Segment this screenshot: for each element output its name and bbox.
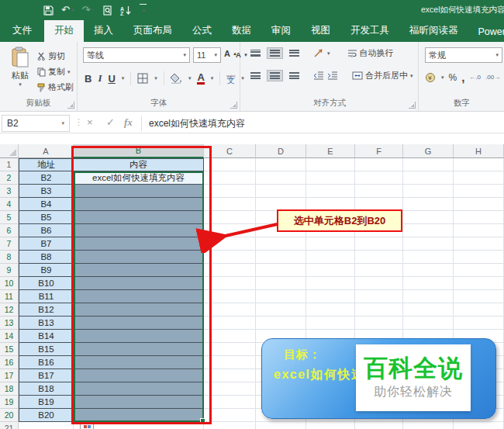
percent-style-button[interactable]: %	[449, 72, 457, 83]
alignment-dialog-launcher-icon[interactable]	[409, 102, 416, 109]
tab-index-8[interactable]: 开发工具	[340, 20, 399, 42]
name-box[interactable]: B2 ▾	[2, 115, 70, 132]
cell-C17[interactable]	[204, 369, 256, 382]
cell-C7[interactable]	[204, 237, 256, 251]
cell-A14[interactable]: B14	[19, 330, 74, 343]
cell-E9[interactable]	[306, 264, 355, 277]
row-header-2[interactable]: 2	[0, 171, 19, 185]
cell-B18[interactable]	[74, 382, 204, 396]
cell-H3[interactable]	[454, 185, 504, 198]
cell-C9[interactable]	[204, 264, 256, 277]
cell-G11[interactable]	[403, 290, 454, 303]
cell-C3[interactable]	[204, 185, 256, 198]
enter-icon[interactable]: ✓	[106, 116, 115, 128]
cell-E10[interactable]	[306, 277, 355, 290]
insert-function-icon[interactable]: fx	[124, 116, 133, 129]
cell-A10[interactable]: B10	[19, 277, 74, 290]
cell-F10[interactable]	[355, 277, 403, 290]
tab-index-3[interactable]: 页面布局	[123, 20, 182, 42]
row-header-14[interactable]: 14	[0, 330, 19, 343]
cell-C19[interactable]	[204, 396, 256, 409]
fill-options-button[interactable]	[80, 422, 94, 429]
cell-H8[interactable]	[454, 251, 504, 264]
cell-B5[interactable]	[74, 211, 204, 224]
row-header-4[interactable]: 4	[0, 198, 19, 211]
cell-G2[interactable]	[403, 171, 454, 185]
row-header-3[interactable]: 3	[0, 185, 19, 198]
cell-G5[interactable]	[403, 211, 454, 224]
row-header-6[interactable]: 6	[0, 224, 19, 237]
format-painter-button[interactable]: 格式刷	[37, 81, 74, 93]
cell-C2[interactable]	[204, 171, 256, 185]
cell-A17[interactable]: B17	[19, 369, 74, 382]
cell-H7[interactable]	[454, 237, 504, 251]
cell-B19[interactable]	[74, 396, 204, 409]
underline-dropdown-icon[interactable]: ▾	[122, 75, 125, 81]
cell-B7[interactable]	[74, 237, 204, 251]
cell-A7[interactable]: B7	[19, 237, 74, 251]
cell-D1[interactable]	[256, 158, 306, 171]
cell-C4[interactable]	[204, 198, 256, 211]
row-header-9[interactable]: 9	[0, 264, 19, 277]
cell-C16[interactable]	[204, 356, 256, 369]
cell-H4[interactable]	[454, 198, 504, 211]
row-header-17[interactable]: 17	[0, 369, 19, 382]
cell-E11[interactable]	[306, 290, 355, 303]
fill-color-icon[interactable]	[171, 73, 182, 84]
print-preview-icon[interactable]	[102, 5, 112, 16]
formula-input[interactable]: excel如何快速填充内容	[149, 117, 245, 130]
font-color-button[interactable]: A	[197, 73, 204, 85]
phonetic-guide-button[interactable]: wén 文	[226, 74, 235, 83]
row-header-8[interactable]: 8	[0, 251, 19, 264]
cell-A16[interactable]: B16	[19, 356, 74, 369]
sort-ascending-icon[interactable]: AZ	[120, 5, 132, 16]
cell-B6[interactable]	[74, 224, 204, 237]
cell-C10[interactable]	[204, 277, 256, 290]
align-bottom-icon[interactable]	[286, 47, 302, 59]
align-middle-icon[interactable]	[267, 47, 283, 59]
column-header-B[interactable]: B	[74, 144, 204, 158]
number-format-select[interactable]: 常规 ▾	[425, 47, 502, 63]
cell-C14[interactable]	[204, 330, 256, 343]
column-header-G[interactable]: G	[403, 144, 454, 158]
row-header-7[interactable]: 7	[0, 237, 19, 251]
cell-B15[interactable]	[74, 343, 204, 356]
cell-C18[interactable]	[204, 382, 256, 396]
cell-F7[interactable]	[355, 237, 403, 251]
cell-D12[interactable]	[256, 303, 306, 317]
save-icon[interactable]	[43, 5, 54, 16]
cell-A15[interactable]: B15	[19, 343, 74, 356]
cell-E2[interactable]	[306, 171, 355, 185]
row-header-15[interactable]: 15	[0, 343, 19, 356]
font-size-select[interactable]: 11 ▾	[193, 47, 221, 63]
font-dialog-launcher-icon[interactable]	[230, 102, 237, 109]
cell-A5[interactable]: B5	[19, 211, 74, 224]
cell-G3[interactable]	[403, 185, 454, 198]
cell-F9[interactable]	[355, 264, 403, 277]
merge-center-button[interactable]: 合并后居中 ▾	[352, 70, 413, 81]
cell-A18[interactable]: B18	[19, 382, 74, 396]
cell-A19[interactable]: B19	[19, 396, 74, 409]
tab-index-4[interactable]: 公式	[182, 20, 222, 42]
tab-home-active[interactable]: 开始	[44, 20, 84, 42]
cell-D10[interactable]	[256, 277, 306, 290]
cell-E12[interactable]	[306, 303, 355, 317]
wrap-text-button[interactable]: 自动换行	[347, 47, 394, 59]
cell-F21[interactable]	[355, 422, 403, 429]
cell-G8[interactable]	[403, 251, 454, 264]
cell-D11[interactable]	[256, 290, 306, 303]
cell-H9[interactable]	[454, 264, 504, 277]
align-top-icon[interactable]	[247, 47, 264, 59]
column-header-F[interactable]: F	[355, 144, 403, 158]
copy-button[interactable]: 复制 ▾	[37, 66, 71, 78]
align-left-icon[interactable]	[247, 70, 264, 81]
column-header-C[interactable]: C	[204, 144, 256, 158]
row-header-12[interactable]: 12	[0, 303, 19, 317]
cell-D3[interactable]	[256, 185, 306, 198]
cell-H2[interactable]	[454, 171, 504, 185]
row-header-11[interactable]: 11	[0, 290, 19, 303]
cell-B12[interactable]	[74, 303, 204, 317]
cell-G21[interactable]	[403, 422, 454, 429]
italic-button[interactable]: I	[98, 72, 102, 85]
row-header-10[interactable]: 10	[0, 277, 19, 290]
